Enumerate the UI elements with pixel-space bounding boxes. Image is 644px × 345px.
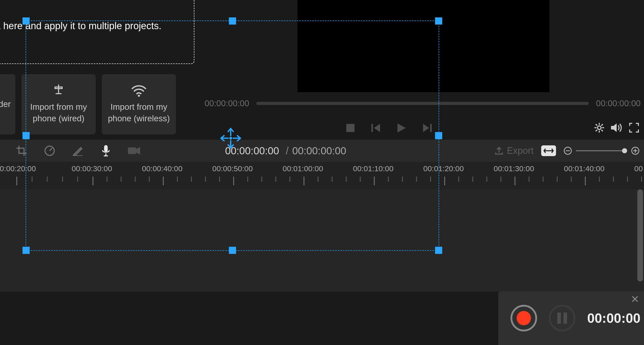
preview-panel[interactable] [297,0,549,92]
zoom-slider [564,147,639,155]
recording-time: 00:00:00 [587,310,640,326]
ruler-label: 00 [634,164,643,173]
resize-handle-tm[interactable] [229,17,236,25]
ruler-tick-minor [472,177,473,182]
import-phone-wired-label: Import from my phone (wired) [30,101,87,124]
speed-tool-button[interactable] [43,145,56,157]
zoom-track[interactable] [576,150,627,151]
ruler-tick-minor [486,177,487,182]
svg-point-7 [597,126,601,130]
stop-button[interactable] [345,123,356,133]
svg-rect-1 [346,124,354,132]
import-folder-button[interactable]: der [0,74,15,134]
toolbar-right: Export [495,140,639,162]
timeline-scrollbar[interactable] [637,189,643,282]
media-drop-hint: edia here and apply it to multiple proje… [0,20,161,31]
ruler-tick-major [163,177,164,185]
record-button[interactable] [510,305,537,331]
pause-recording-button[interactable] [549,305,575,331]
timeline-toolbar: 00:00:00:00 / 00:00:00:00 Export [0,140,644,162]
settings-button[interactable] [594,123,604,133]
ruler-tick-minor [219,177,220,182]
ruler-tick-minor [62,177,63,182]
wifi-icon [131,84,147,97]
playback-controls [345,123,432,133]
ruler-tick-minor [458,177,459,182]
record-camera-button[interactable] [128,145,140,157]
next-frame-button[interactable] [422,123,432,133]
ruler-tick-minor [346,177,347,182]
timeline-ruler[interactable]: 00:00:20:0000:00:30:0000:00:40:0000:00:5… [0,162,644,189]
svg-point-0 [138,95,140,97]
ruler-tick-minor [149,177,150,182]
play-button[interactable] [396,123,407,133]
export-icon [495,146,503,155]
voiceover-button[interactable] [100,145,112,157]
zoom-in-button[interactable] [631,147,639,155]
export-button[interactable]: Export [495,145,534,156]
svg-line-13 [601,130,603,131]
fullscreen-button[interactable] [629,123,639,133]
import-folder-label: der [0,99,11,110]
ruler-label: 00:01:30:00 [494,164,534,173]
resize-handle-mr[interactable] [435,132,442,139]
ruler-tick-minor [261,177,262,182]
ruler-tick-minor [275,177,276,182]
svg-point-31 [230,137,231,139]
import-phone-wired-button[interactable]: Import from my phone (wired) [21,74,96,134]
timecode-total: 00:00:00:00 [292,145,346,157]
gear-icon [594,123,604,133]
svg-marker-16 [611,123,617,132]
ruler-label: 00:00:40:00 [142,164,182,173]
fullscreen-icon [629,123,639,133]
fit-timeline-button[interactable] [541,145,556,156]
ruler-tick-major [304,177,304,185]
close-recording-button[interactable]: ✕ [631,293,639,305]
ruler-label: 00:00:50:00 [212,164,253,173]
ruler-tick-minor [247,177,248,182]
timeline-tracks[interactable] [0,189,644,292]
ruler-tick-minor [402,177,403,182]
color-tool-button[interactable] [72,145,84,157]
svg-marker-5 [423,124,429,132]
ruler-tick-minor [121,177,121,182]
ruler-label: 00:00:20:00 [0,164,36,173]
progress-time-right: 00:00:00:00 [596,99,640,108]
svg-rect-19 [104,145,108,152]
import-phone-wireless-label: Import from my phone (wireless) [108,101,170,124]
speedometer-icon [44,145,55,156]
zoom-out-button[interactable] [564,147,572,155]
crop-tool-button[interactable] [15,145,28,157]
crop-icon [16,146,27,156]
svg-marker-3 [374,124,380,132]
import-phone-wireless-button[interactable]: Import from my phone (wireless) [102,74,176,134]
ruler-tick-minor [107,177,107,182]
zoom-thumb[interactable] [622,148,627,153]
ruler-tick-minor [47,177,48,182]
previous-frame-button[interactable] [371,123,381,133]
svg-marker-21 [136,147,140,155]
ruler-tick-major [233,177,234,185]
ruler-label: 00:00:30:00 [72,164,112,173]
ruler-tick-major [93,177,93,185]
progress-row: 00:00:00:00 00:00:00:00 [205,99,641,108]
record-dot-icon [517,311,531,325]
ruler-tick-minor [599,177,600,182]
ruler-tick-minor [177,177,178,182]
volume-button[interactable] [612,123,621,133]
ruler-tick-minor [191,177,192,182]
ruler-tick-minor [430,177,431,182]
ruler-tick-minor [627,177,628,182]
ruler-tick-minor [77,177,78,182]
ruler-tick-minor [32,177,32,182]
close-icon: ✕ [631,294,639,305]
svg-rect-6 [430,124,432,132]
media-drop-zone[interactable] [0,0,194,64]
ruler-tick-major [444,177,445,185]
fit-width-icon [543,148,554,154]
ruler-tick-minor [416,177,417,182]
ruler-tick-major [585,177,586,185]
ruler-tick-minor [543,177,543,182]
progress-bar[interactable] [256,102,589,105]
toolbar-left [15,145,140,157]
